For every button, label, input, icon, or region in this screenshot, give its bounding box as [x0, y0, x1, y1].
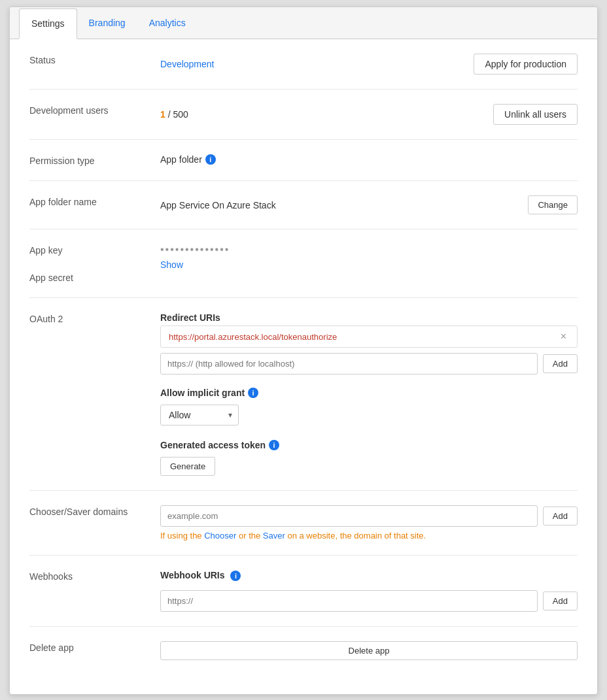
webhook-input[interactable] [160, 590, 538, 612]
app-key-dots: •••••••••••••• [160, 244, 578, 256]
settings-content: Status Development Apply for production … [10, 39, 597, 694]
status-content: Development Apply for production [160, 54, 578, 75]
delete-app-label: Delete app [29, 641, 160, 653]
permission-type-content: App folder i [160, 154, 578, 165]
permission-type-text: App folder [160, 154, 202, 165]
app-window: Settings Branding Analytics Status Devel… [9, 7, 598, 695]
redirect-uris-heading: Redirect URIs [160, 312, 578, 323]
webhooks-info-icon[interactable]: i [230, 571, 241, 581]
delete-app-row: Delete app Delete app [29, 627, 578, 675]
apply-production-button[interactable]: Apply for production [474, 54, 578, 75]
tabs-bar: Settings Branding Analytics [10, 7, 597, 39]
status-label: Status [29, 54, 160, 65]
access-token-info-icon[interactable]: i [269, 440, 279, 450]
permission-type-value: App folder i [160, 154, 578, 165]
dev-users-label: Development users [29, 104, 160, 116]
unlink-users-button[interactable]: Unlink all users [493, 104, 578, 125]
implicit-grant-select[interactable]: Allow Disallow [160, 405, 239, 425]
chooser-saver-input-row: Add [160, 505, 578, 527]
webhook-uris-heading: Webhook URIs i [160, 570, 578, 581]
permission-type-label: Permission type [29, 154, 160, 166]
implicit-grant-info-icon[interactable]: i [248, 388, 258, 398]
app-key-label: App key [29, 245, 160, 256]
tab-analytics[interactable]: Analytics [137, 7, 198, 39]
oauth2-label: OAuth 2 [29, 312, 160, 324]
show-secret-link[interactable]: Show [160, 259, 578, 270]
app-folder-name-row: App folder name App Service On Azure Sta… [29, 181, 578, 229]
webhooks-row: Webhooks Webhook URIs i Add [29, 556, 578, 627]
app-folder-name-label: App folder name [29, 195, 160, 207]
users-count: 1 / 500 [160, 109, 188, 120]
hint-post: on a website, the domain of that site. [287, 531, 426, 541]
tab-branding[interactable]: Branding [77, 7, 137, 39]
implicit-grant-section: Allow implicit grant i Allow Disallow ▾ [160, 388, 578, 425]
remove-uri-button[interactable]: × [558, 331, 569, 342]
app-folder-name-main: App Service On Azure Stack Change [160, 195, 578, 214]
app-folder-name-content: App Service On Azure Stack Change [160, 195, 578, 214]
webhook-input-row: Add [160, 590, 578, 612]
delete-app-button[interactable]: Delete app [160, 641, 578, 660]
dev-users-row: Development users 1 / 500 Unlink all use… [29, 90, 578, 140]
hint-mid: or the [239, 531, 263, 541]
chooser-saver-content: Add If using the Chooser or the Saver on… [160, 505, 578, 541]
webhooks-label: Webhooks [29, 570, 160, 582]
webhooks-content: Webhook URIs i Add [160, 570, 578, 612]
delete-app-content: Delete app [160, 641, 578, 660]
add-uri-button[interactable]: Add [543, 354, 578, 373]
add-chooser-button[interactable]: Add [543, 507, 578, 525]
users-count-number: 1 [160, 109, 165, 120]
app-key-row: App key App secret •••••••••••••• Show [29, 229, 578, 298]
hint-pre: If using the [160, 531, 204, 541]
add-webhook-button[interactable]: Add [543, 592, 578, 610]
users-count-total: / 500 [168, 109, 188, 120]
status-row: Status Development Apply for production [29, 39, 578, 90]
access-token-heading: Generated access token i [160, 440, 578, 450]
app-key-label-group: App key App secret [29, 244, 160, 283]
existing-uri-text: https://portal.azurestack.local/tokenaut… [169, 332, 337, 342]
oauth2-content: Redirect URIs https://portal.azurestack.… [160, 312, 578, 476]
dev-users-main: 1 / 500 Unlink all users [160, 104, 578, 125]
implicit-grant-heading: Allow implicit grant i [160, 388, 578, 398]
implicit-grant-select-wrapper: Allow Disallow ▾ [160, 405, 239, 425]
chooser-link[interactable]: Chooser [204, 531, 236, 541]
status-value[interactable]: Development [160, 59, 215, 69]
add-uri-row: Add [160, 353, 578, 375]
oauth2-row: OAuth 2 Redirect URIs https://portal.azu… [29, 298, 578, 491]
permission-type-info-icon[interactable]: i [205, 154, 216, 165]
status-main: Development Apply for production [160, 54, 578, 75]
uri-input[interactable] [160, 353, 538, 375]
change-folder-button[interactable]: Change [528, 195, 578, 214]
chooser-hint: If using the Chooser or the Saver on a w… [160, 531, 578, 541]
chooser-saver-row: Chooser/Saver domains Add If using the C… [29, 491, 578, 556]
dev-users-content: 1 / 500 Unlink all users [160, 104, 578, 125]
app-secret-label: App secret [29, 273, 160, 283]
redirect-uris-section: Redirect URIs https://portal.azurestack.… [160, 312, 578, 375]
app-key-content: •••••••••••••• Show [160, 244, 578, 270]
app-folder-name-value: App Service On Azure Stack [160, 200, 276, 210]
generate-button[interactable]: Generate [160, 457, 215, 476]
access-token-section: Generated access token i Generate [160, 440, 578, 476]
chooser-saver-label: Chooser/Saver domains [29, 505, 160, 517]
chooser-saver-input[interactable] [160, 505, 538, 527]
uri-display: https://portal.azurestack.local/tokenaut… [160, 325, 578, 348]
saver-link[interactable]: Saver [263, 531, 285, 541]
permission-type-row: Permission type App folder i [29, 140, 578, 181]
tab-settings[interactable]: Settings [19, 8, 77, 39]
